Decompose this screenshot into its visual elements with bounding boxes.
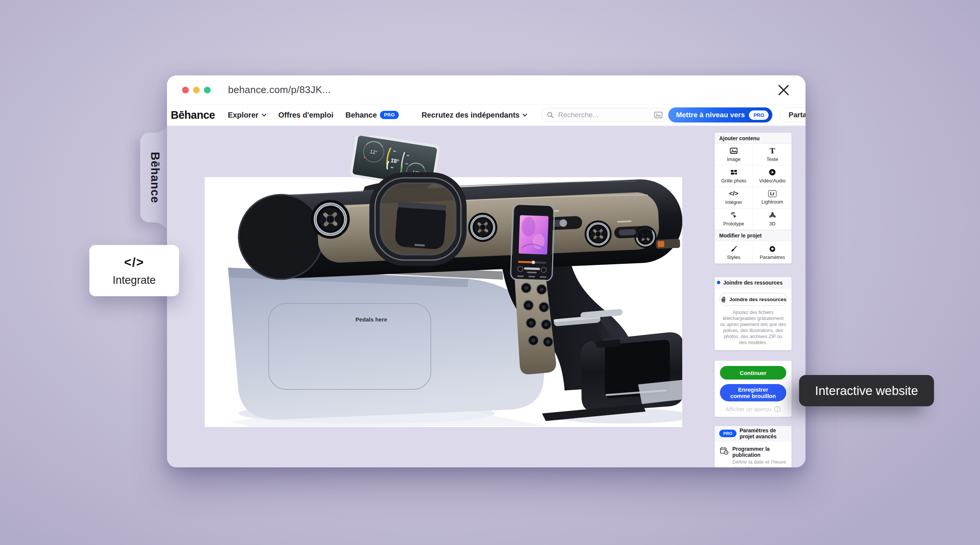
- resources-description: Ajoutez des fichiers téléchargeables gra…: [719, 310, 787, 346]
- floor-mat: Pedals here: [228, 268, 546, 419]
- tool-prototype[interactable]: Prototype: [714, 208, 753, 230]
- schedule-publication-item[interactable]: Programmer la publication Définir la dat…: [720, 446, 786, 467]
- nav-right-group: Mettre à niveau vers PRO Partager votre …: [668, 107, 805, 122]
- cube-3d-icon: [768, 211, 776, 219]
- integrate-card-label: Integrate: [113, 274, 156, 286]
- interactive-website-tooltip: Interactive website: [799, 375, 934, 406]
- advanced-settings-header: PRO Paramètres de projet avancés: [714, 426, 792, 441]
- resources-header: Joindre des ressources: [714, 277, 792, 288]
- edit-project-header: Modifier le projet: [714, 230, 792, 241]
- continue-button[interactable]: Continuer: [720, 366, 786, 380]
- panel-advanced-settings: PRO Paramètres de projet avancés Program…: [714, 426, 792, 467]
- search-input[interactable]: [558, 111, 650, 119]
- panel-resources: Joindre des ressources Joindre des resso…: [714, 277, 792, 350]
- panel-add-content: Ajouter contenu Image T Texte Grille pho…: [714, 133, 792, 264]
- page-background: { "window": { "url": "behance.com/p/83JK…: [0, 0, 980, 545]
- tool-photo-grid[interactable]: Grille photo: [714, 165, 753, 187]
- chevron-down-icon: [522, 113, 527, 117]
- tool-settings[interactable]: Paramètres: [753, 241, 792, 264]
- styles-brush-icon: [730, 245, 738, 253]
- close-icon[interactable]: [776, 83, 791, 98]
- preview-link[interactable]: Afficher un aperçu: [720, 406, 786, 412]
- traffic-lights: [182, 87, 211, 94]
- tool-3d[interactable]: 3D: [753, 208, 792, 230]
- zoom-window-button[interactable]: [204, 87, 211, 94]
- video-audio-icon: [768, 168, 776, 176]
- edit-project-grid: Styles Paramètres: [714, 241, 792, 264]
- paperclip-icon: [720, 296, 726, 303]
- lightroom-icon: Lr: [768, 190, 776, 197]
- search-bar[interactable]: [541, 108, 668, 122]
- photo-grid-icon: [730, 168, 738, 176]
- code-embed-icon: </>: [124, 255, 144, 270]
- embed-icon: </>: [729, 190, 738, 197]
- upgrade-pro-button[interactable]: Mettre à niveau vers PRO: [668, 107, 772, 122]
- side-tab-label: Bēhance: [148, 152, 162, 203]
- behance-side-tab[interactable]: Bēhance: [140, 133, 170, 222]
- nav-link-explorer[interactable]: Explorer: [228, 111, 266, 119]
- main-nav: Bēhance Explorer Offres d'emploi Behance…: [167, 105, 805, 126]
- tool-lightroom[interactable]: Lr Lightroom: [753, 187, 792, 208]
- active-step-dot: [717, 281, 720, 284]
- pro-badge: PRO: [719, 430, 737, 437]
- gauge-center-value: 18°: [390, 157, 399, 164]
- media-player: [511, 203, 554, 281]
- project-image-dashboard-render[interactable]: Pedals here 12° 12° 18°: [205, 136, 682, 427]
- nav-link-jobs[interactable]: Offres d'emploi: [278, 111, 334, 119]
- tool-styles[interactable]: Styles: [714, 241, 753, 264]
- steering-wheel: [371, 178, 466, 260]
- pedals-label: Pedals here: [355, 316, 387, 323]
- tool-video-audio[interactable]: Vidéo/Audio: [753, 165, 792, 187]
- settings-gear-icon: [768, 245, 776, 253]
- image-icon: [730, 147, 738, 154]
- browser-window: behance.com/p/83JK... Bēhance Explorer O…: [167, 75, 805, 467]
- share-work-button[interactable]: Partager votre travail: [780, 107, 805, 122]
- gauge-left-value: 12°: [369, 148, 378, 155]
- tool-embed[interactable]: </> Intégrer: [714, 187, 753, 208]
- url-text: behance.com/p/83JK...: [228, 84, 331, 96]
- prototype-icon: [730, 211, 738, 219]
- save-draft-button[interactable]: Enregistrer comme brouillon: [720, 384, 786, 401]
- pro-badge: PRO: [380, 111, 399, 119]
- tool-image[interactable]: Image: [714, 144, 753, 165]
- chevron-down-icon: [262, 113, 266, 117]
- behance-logo[interactable]: Bēhance: [171, 109, 215, 121]
- panel-actions: Continuer Enregistrer comme brouillon Af…: [714, 361, 792, 417]
- text-icon: T: [770, 147, 775, 154]
- attach-resources-button[interactable]: Joindre des ressources: [719, 293, 787, 306]
- info-icon: [774, 406, 781, 412]
- add-content-header: Ajouter contenu: [714, 133, 792, 144]
- nav-link-behance-pro[interactable]: Behance PRO: [345, 111, 399, 119]
- tool-text[interactable]: T Texte: [753, 144, 792, 165]
- image-search-icon[interactable]: [654, 111, 663, 119]
- pro-badge: PRO: [749, 110, 768, 120]
- integrate-card[interactable]: </> Integrate: [89, 245, 179, 296]
- close-window-button[interactable]: [182, 87, 189, 94]
- calendar-clock-icon: [720, 446, 729, 455]
- search-icon: [547, 111, 554, 119]
- add-content-grid: Image T Texte Grille photo Vidéo/Audio: [714, 144, 792, 230]
- minimize-window-button[interactable]: [193, 87, 200, 94]
- editor-sidebar: Ajouter contenu Image T Texte Grille pho…: [714, 133, 792, 467]
- browser-header: behance.com/p/83JK...: [167, 75, 805, 105]
- editor-content-area: Pedals here 12° 12° 18°: [167, 126, 805, 467]
- nav-link-hire-freelancers[interactable]: Recrutez des indépendants: [422, 111, 527, 119]
